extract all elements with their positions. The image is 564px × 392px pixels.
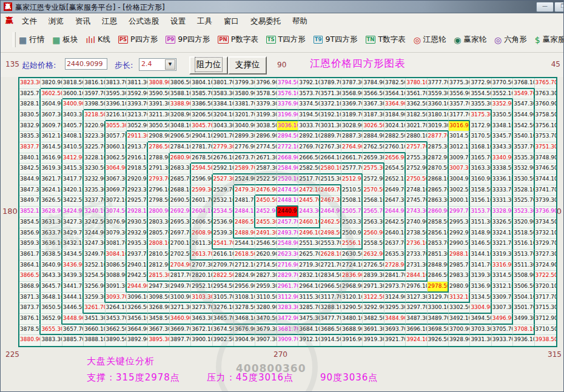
price-cell: 2767.30 bbox=[320, 142, 341, 153]
price-cell: 3686.50 bbox=[320, 325, 341, 336]
price-cell: 3460.90 bbox=[170, 314, 191, 325]
price-cell: 3823.30 bbox=[19, 78, 41, 89]
price-cell: 3194.50 bbox=[298, 110, 320, 121]
price-cell: 2625.70 bbox=[298, 250, 320, 261]
price-cell: 2556.10 bbox=[341, 239, 363, 250]
price-cell: 2668.90 bbox=[277, 153, 298, 164]
toolbar-item-P数字表[interactable]: PNP数字表 bbox=[218, 35, 258, 45]
price-cell: 2793.70 bbox=[148, 174, 169, 185]
toolbar-item-赢家服务[interactable]: $赢家服务 bbox=[535, 35, 564, 45]
price-cell: 2707.30 bbox=[191, 261, 212, 271]
price-cell: 3715.30 bbox=[535, 303, 556, 314]
price-cell: 3316.90 bbox=[492, 261, 513, 271]
price-cell: 3684.10 bbox=[298, 325, 320, 336]
price-cell: 3849.70 bbox=[19, 196, 41, 207]
price-cell: 3252.10 bbox=[84, 261, 105, 271]
menu-item-2[interactable]: 资讯 bbox=[75, 16, 90, 25]
price-cell: 3844.90 bbox=[19, 174, 41, 185]
price-cell: 2776.90 bbox=[234, 142, 255, 153]
toolbar-item-K线[interactable]: ılılK线 bbox=[86, 35, 110, 45]
price-cell: 3614.50 bbox=[41, 142, 62, 153]
toolbar-item-9P四方形[interactable]: P99P四方形 bbox=[166, 35, 210, 45]
price-cell: 3290.50 bbox=[341, 303, 363, 314]
price-cell: 3151.30 bbox=[470, 218, 491, 228]
price-cell: 3789.70 bbox=[320, 78, 341, 89]
price-cell: 2563.30 bbox=[363, 218, 384, 228]
chevron-down-icon[interactable]: ▼ bbox=[165, 59, 175, 70]
menu-item-5[interactable]: 设置 bbox=[170, 16, 186, 25]
price-cell: 2882.50 bbox=[384, 131, 406, 142]
menu-item-1[interactable]: 浏览 bbox=[49, 16, 64, 25]
price-cell: 2587.30 bbox=[255, 164, 277, 174]
menu-item-6[interactable]: 工具 bbox=[197, 16, 212, 25]
price-cell: 2584.90 bbox=[277, 164, 298, 174]
price-cell: 3170.50 bbox=[470, 131, 491, 142]
price-cell: 2704.90 bbox=[170, 261, 191, 271]
toolbar-item-9T四方形[interactable]: T99T四方形 bbox=[314, 35, 358, 45]
price-cell: 2604.10 bbox=[191, 207, 212, 218]
price-cell: 3098.50 bbox=[148, 293, 169, 304]
controls-row: 135 起始价格: 步长: 2.4 ▼ 阻力位 支撑位 90 江恩价格四方形图表… bbox=[1, 53, 563, 77]
price-cell: 3669.70 bbox=[170, 325, 191, 336]
price-cell: 3213.70 bbox=[127, 110, 148, 121]
price-cell: 3876.10 bbox=[19, 314, 41, 325]
toolbar-item-六角形[interactable]: ◎六角形 bbox=[494, 35, 527, 45]
maximize-button[interactable]: ❐ bbox=[554, 2, 564, 12]
toolbar-item-T数字表[interactable]: TNT数字表 bbox=[366, 35, 406, 45]
menu-item-7[interactable]: 窗口 bbox=[224, 16, 239, 25]
price-cell: 2964.10 bbox=[298, 282, 320, 293]
toolbar-grip[interactable] bbox=[13, 32, 16, 47]
minimize-button[interactable]: — bbox=[536, 2, 554, 12]
price-cell: 3115.30 bbox=[298, 293, 320, 304]
price-cell: 2714.50 bbox=[255, 261, 277, 271]
price-cell: 2685.70 bbox=[170, 174, 191, 185]
menu-item-4[interactable]: 公式选股 bbox=[129, 16, 159, 25]
toolbar-item-P四方形[interactable]: PSP四方形 bbox=[118, 35, 158, 45]
resistance-button[interactable]: 阻力位 bbox=[189, 56, 228, 75]
price-cell: 3345.70 bbox=[492, 131, 513, 142]
price-cell: 3050.50 bbox=[148, 121, 169, 132]
support-button[interactable]: 支撑位 bbox=[228, 56, 267, 75]
price-cell: 3672.10 bbox=[191, 325, 212, 336]
price-cell: 3225.70 bbox=[84, 142, 105, 153]
price-cell: 2510.50 bbox=[341, 185, 363, 196]
price-cell: 3636.10 bbox=[41, 239, 62, 250]
price-cell: 2656.90 bbox=[384, 153, 406, 164]
price-cell: 3009.70 bbox=[449, 153, 470, 164]
price-cell: 3528.10 bbox=[513, 185, 534, 196]
price-cell: 3916.90 bbox=[341, 335, 363, 346]
price-cell: 3753.70 bbox=[535, 131, 556, 142]
price-cell: 3057.70 bbox=[106, 131, 127, 142]
toolbar-item-T四方形[interactable]: TST四方形 bbox=[266, 35, 306, 45]
price-cell: 2884.90 bbox=[363, 131, 384, 142]
price-cell: 2649.70 bbox=[384, 185, 406, 196]
price-cell: 3568.90 bbox=[341, 89, 363, 100]
price-cell: 2524.90 bbox=[234, 174, 255, 185]
price-cell: 2596.90 bbox=[191, 174, 212, 185]
price-cell: 3691.30 bbox=[363, 325, 384, 336]
menu-item-0[interactable]: 文件 bbox=[22, 16, 37, 25]
price-cell: 2983.30 bbox=[449, 271, 470, 282]
step-dropdown[interactable]: 2.4 ▼ bbox=[139, 58, 176, 71]
start-price-input[interactable] bbox=[65, 58, 107, 70]
menu-item-8[interactable]: 交易委托 bbox=[250, 16, 281, 25]
toolbar-item-赢家轮[interactable]: ◉赢家轮 bbox=[454, 35, 486, 45]
price-cell: 2908.90 bbox=[148, 131, 169, 142]
toolbar-item-行情[interactable]: ▦行情 bbox=[19, 35, 44, 45]
price-cell: 2520.10 bbox=[277, 174, 298, 185]
toolbar-item-江恩轮[interactable]: ◎江恩轮 bbox=[414, 35, 446, 45]
price-cell: 3076.90 bbox=[106, 218, 127, 228]
price-cell: 2445.70 bbox=[298, 196, 320, 207]
bottom-degree-labels: 225 270 315 bbox=[1, 350, 563, 359]
price-cell: 3700.90 bbox=[449, 325, 470, 336]
analysis-title: 大盘关键位分析 bbox=[87, 356, 155, 367]
toolbar-item-板块[interactable]: ▦板块 bbox=[52, 35, 78, 45]
menu-item-3[interactable]: 江恩 bbox=[102, 16, 117, 25]
price-cell: 3228.10 bbox=[84, 153, 105, 164]
price-cell-highlight: 3016.90 bbox=[449, 121, 470, 132]
sectors-icon: ▦ bbox=[52, 36, 60, 44]
price-cell: 2844.10 bbox=[406, 271, 427, 282]
price-cell: 3052.90 bbox=[127, 121, 148, 132]
price-cell: 3830.50 bbox=[19, 110, 41, 121]
menu-item-9[interactable]: 帮助 bbox=[292, 16, 307, 25]
